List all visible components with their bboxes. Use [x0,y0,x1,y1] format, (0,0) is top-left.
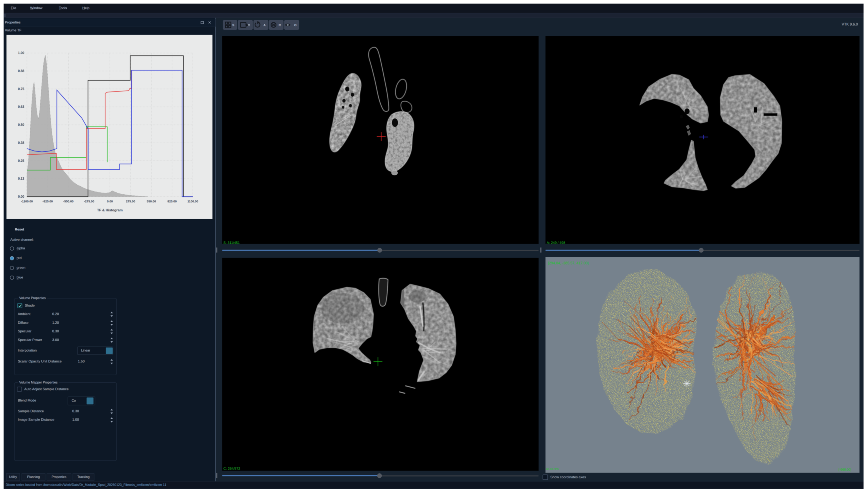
svg-text:0.50: 0.50 [18,123,24,127]
svg-text:-550.00: -550.00 [63,199,74,203]
svg-text:1100.00: 1100.00 [187,199,198,203]
svg-text:825.00: 825.00 [168,199,177,203]
svg-text:0.88: 0.88 [18,69,24,73]
svg-text:-275.00: -275.00 [84,199,94,203]
svg-text:TF & Histogram: TF & Histogram [97,208,123,212]
svg-text:0.25: 0.25 [18,159,24,163]
svg-text:0.00: 0.00 [18,195,24,198]
svg-text:0.38: 0.38 [18,141,24,145]
svg-text:0.00: 0.00 [107,199,113,203]
svg-text:-825.00: -825.00 [43,199,53,203]
svg-text:0.63: 0.63 [18,105,24,108]
svg-text:-1100.00: -1100.00 [21,199,33,203]
svg-text:550.00: 550.00 [147,199,156,203]
svg-text:1.00: 1.00 [18,51,24,55]
svg-text:0.13: 0.13 [18,177,24,180]
svg-text:0.75: 0.75 [18,87,24,91]
svg-text:275.00: 275.00 [126,199,135,203]
